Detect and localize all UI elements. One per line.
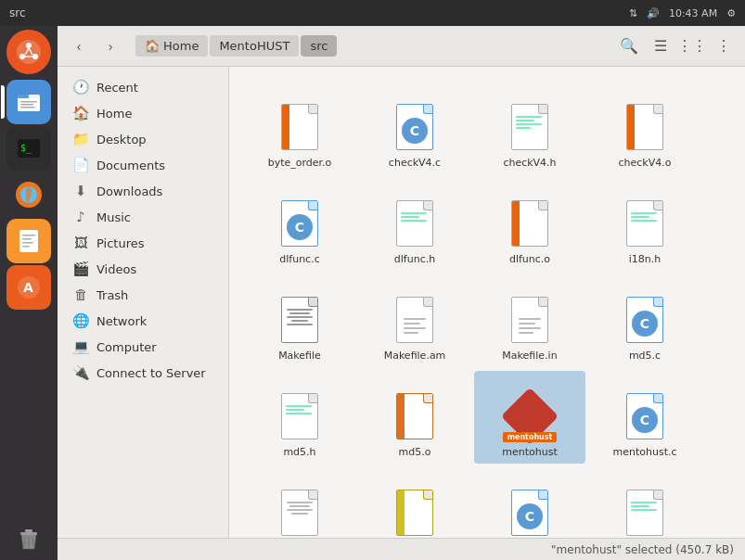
file-makefile-am[interactable]: Makefile.am bbox=[359, 274, 470, 367]
file-name: i18n.h bbox=[629, 253, 662, 265]
file-icon: C bbox=[277, 197, 322, 249]
file-makefile-in[interactable]: Makefile.in bbox=[474, 274, 585, 367]
file-icon bbox=[623, 101, 667, 153]
more-button[interactable]: ⋮ bbox=[710, 32, 738, 60]
launcher-firefox[interactable] bbox=[6, 172, 51, 217]
nautilus-window: ‹ › 🏠 Home MentoHUST src 🔍 ☰ ⋮⋮ ⋮ bbox=[58, 26, 745, 560]
sidebar-home-label: Home bbox=[96, 107, 132, 121]
c-file-icon: C bbox=[396, 104, 433, 150]
file-mentohust[interactable]: mentohust mentohust bbox=[474, 371, 585, 464]
file-dlfunc_c[interactable]: C dlfunc.c bbox=[244, 178, 355, 271]
launcher-terminal[interactable]: $_ bbox=[6, 126, 51, 171]
file-name: checkV4.h bbox=[503, 157, 556, 169]
file-makefile[interactable]: Makefile bbox=[244, 274, 355, 367]
recent-icon: 🕐 bbox=[72, 79, 89, 95]
svg-point-1 bbox=[26, 43, 32, 48]
ubuntu-button[interactable] bbox=[6, 30, 51, 74]
sidebar-item-documents[interactable]: 📄 Documents bbox=[61, 152, 225, 178]
file-name: Makefile.in bbox=[502, 350, 557, 362]
sidebar-item-downloads[interactable]: ⬇ Downloads bbox=[61, 178, 225, 204]
breadcrumb-home[interactable]: 🏠 Home bbox=[135, 35, 208, 57]
file-icon bbox=[392, 390, 437, 442]
file-icon: C bbox=[623, 294, 667, 346]
breadcrumb-mentohust[interactable]: MentoHUST bbox=[210, 35, 299, 57]
sidebar-item-desktop[interactable]: 📁 Desktop bbox=[61, 126, 225, 152]
sidebar-recent-label: Recent bbox=[96, 81, 138, 95]
file-icon bbox=[277, 487, 322, 538]
search-button[interactable]: 🔍 bbox=[615, 32, 643, 60]
file-icon bbox=[277, 390, 322, 442]
sidebar-item-home[interactable]: 🏠 Home bbox=[61, 100, 225, 126]
file-md5_o[interactable]: md5.o bbox=[359, 371, 470, 464]
launcher-files[interactable] bbox=[6, 80, 51, 124]
exe-badge: mentohust bbox=[503, 432, 558, 442]
file-name: dlfunc.o bbox=[509, 253, 550, 265]
file-name: md5.c bbox=[629, 350, 661, 362]
file-name: byte_order.o bbox=[268, 157, 332, 169]
sidebar-item-network[interactable]: 🌐 Network bbox=[61, 308, 225, 334]
sidebar-item-music[interactable]: ♪ Music bbox=[61, 204, 225, 230]
file-checkV4_h[interactable]: checkV4.h bbox=[474, 82, 585, 174]
sidebar-item-recent[interactable]: 🕐 Recent bbox=[61, 74, 225, 100]
home-sidebar-icon: 🏠 bbox=[72, 105, 89, 121]
h-file-icon bbox=[281, 393, 318, 439]
content-area: 🕐 Recent 🏠 Home 📁 Desktop 📄 Documents ⬇ bbox=[58, 67, 745, 538]
back-button[interactable]: ‹ bbox=[65, 32, 93, 60]
file-dlfunc_o[interactable]: dlfunc.o bbox=[474, 178, 585, 271]
launcher-texteditor[interactable] bbox=[6, 219, 51, 263]
svg-rect-11 bbox=[20, 104, 33, 106]
h-file-icon bbox=[626, 200, 663, 247]
h-file-icon bbox=[511, 104, 548, 150]
file-mentohust_o[interactable]: mentohust.o bbox=[359, 467, 470, 538]
c-file-icon: C bbox=[626, 297, 663, 343]
file-mycheck_h[interactable]: mycheck.h bbox=[589, 467, 700, 538]
file-name: Makefile bbox=[278, 350, 321, 362]
file-md5_h[interactable]: md5.h bbox=[244, 371, 355, 464]
volume-icon: 🔊 bbox=[647, 7, 660, 19]
file-grid: byte_order.o C checkV4.c bbox=[229, 67, 745, 538]
file-mentohust_conf[interactable]: mentohust.conf bbox=[244, 467, 355, 538]
toolbar-actions: 🔍 ☰ ⋮⋮ ⋮ bbox=[615, 32, 738, 60]
file-name: dlfunc.h bbox=[394, 253, 435, 265]
sidebar-item-videos[interactable]: 🎬 Videos bbox=[61, 256, 225, 282]
svg-rect-20 bbox=[22, 242, 33, 244]
list-view-button[interactable]: ☰ bbox=[647, 32, 674, 60]
sidebar-item-computer[interactable]: 💻 Computer bbox=[61, 334, 225, 360]
o-file-icon bbox=[626, 104, 663, 150]
svg-point-2 bbox=[32, 54, 38, 59]
file-name: checkV4.c bbox=[389, 157, 441, 169]
svg-rect-21 bbox=[22, 246, 30, 248]
file-icon: mentohust bbox=[504, 390, 556, 442]
breadcrumb-src[interactable]: src bbox=[301, 35, 337, 57]
file-md5_c[interactable]: C md5.c bbox=[589, 274, 700, 367]
documents-icon: 📄 bbox=[72, 157, 89, 173]
launcher-trash[interactable] bbox=[6, 515, 51, 560]
sidebar-computer-label: Computer bbox=[96, 340, 157, 354]
file-icon bbox=[623, 487, 667, 538]
file-checkV4_o[interactable]: checkV4.o bbox=[589, 82, 700, 174]
file-name: Makefile.am bbox=[384, 350, 446, 362]
sidebar-item-trash[interactable]: 🗑 Trash bbox=[61, 282, 225, 308]
status-text: "mentohust" selected (450.7 kB) bbox=[551, 543, 734, 556]
file-icon: C bbox=[623, 390, 667, 442]
launcher-appcenter[interactable]: A bbox=[6, 265, 51, 310]
file-mentohust_c[interactable]: C mentohust.c bbox=[589, 371, 700, 464]
file-checkV4_c[interactable]: C checkV4.c bbox=[359, 82, 470, 174]
titlebar-left: src bbox=[9, 6, 26, 19]
clock: 10:43 AM bbox=[669, 7, 717, 19]
breadcrumb-src-label: src bbox=[310, 39, 328, 53]
file-name: md5.h bbox=[283, 446, 315, 458]
file-i18n_h[interactable]: i18n.h bbox=[589, 178, 700, 271]
downloads-icon: ⬇ bbox=[72, 183, 89, 199]
file-icon bbox=[623, 197, 667, 249]
breadcrumb-mentohust-label: MentoHUST bbox=[219, 39, 289, 53]
sidebar-item-connect[interactable]: 🔌 Connect to Server bbox=[61, 360, 225, 386]
sidebar-downloads-label: Downloads bbox=[96, 185, 162, 198]
forward-button[interactable]: › bbox=[96, 32, 124, 60]
grid-view-button[interactable]: ⋮⋮ bbox=[678, 32, 706, 60]
file-dlfunc_h[interactable]: dlfunc.h bbox=[359, 178, 470, 271]
sidebar-item-pictures[interactable]: 🖼 Pictures bbox=[61, 230, 225, 256]
file-mycheck_c[interactable]: C mycheck.c bbox=[474, 467, 585, 538]
o-file-icon bbox=[396, 393, 433, 439]
file-byte_order_o[interactable]: byte_order.o bbox=[244, 82, 355, 174]
